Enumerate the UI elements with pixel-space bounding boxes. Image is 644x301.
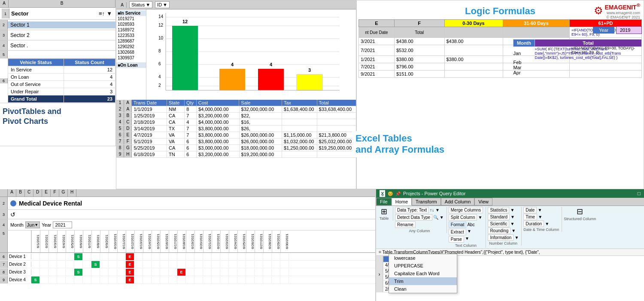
time-btn[interactable]: Time [523,214,537,220]
gantt-date-header: 6/9/2021 [100,230,109,252]
pivot-table-header-row: 6 Vehicle Status Status Count In Service… [0,58,115,103]
standard-btn[interactable]: Standard [488,214,510,220]
date-btn[interactable]: Date [523,207,537,213]
year-field-medical[interactable]: 2021 [53,221,72,228]
row-num: 6 [116,132,124,138]
gantt-date-header: 6/4/2021 [57,230,66,252]
format-btn[interactable]: Format [449,221,467,228]
gantt-cell [117,269,126,276]
cell-total [317,119,356,125]
row-num: 6 [0,253,8,260]
cell-cost: $3,800,000.00 [197,138,239,144]
menu-lowercase[interactable]: lowercase [389,254,457,262]
rounding-btn[interactable]: Rounding [488,227,510,234]
col-qty: Qty [185,100,197,106]
col-trans-date: Trans Date [132,100,167,106]
year-value[interactable]: 2019 [616,26,642,34]
cell-sale: $26,000,000.00 [240,132,282,138]
website: www.emagenit.com [605,11,640,15]
extract-btn[interactable]: Extract [449,229,466,235]
rename-btn[interactable]: Rename [395,221,416,228]
id-dropdown[interactable]: ID ▼ [155,1,170,8]
gantt-cell [194,253,203,260]
gantt-cell [117,276,126,283]
cell-sale: $32,000,000.00 [240,106,282,112]
cell-tax [282,119,317,125]
pivot-row-status: Grand Total [8,95,64,103]
tab-view[interactable]: View [474,198,492,206]
pq-close-icon[interactable]: □ [638,190,641,197]
tab-file[interactable]: File [376,198,392,206]
logic-cell-g: $438.00 [444,38,503,45]
svg-text:4: 4 [231,62,234,67]
gantt-cell [229,269,237,276]
sector2-row[interactable]: 3 Sector 2 [0,30,115,40]
sector1-label[interactable]: Sector 1 [8,22,115,28]
gantt-cell [203,253,212,260]
logic-cell-total: $532.00 [394,45,444,56]
gantt-cell [100,276,109,283]
cell-qty: 8 [185,106,197,112]
pq-collapse-btn[interactable]: › [376,256,383,292]
due-date-header: nt Due Date [359,27,395,38]
information-btn[interactable]: Information [488,234,513,241]
parse-btn[interactable]: Parse [449,236,464,243]
cell-total: $33,638,400.00 [317,106,356,112]
gantt-cell [152,276,160,283]
gantt-cell [280,276,289,283]
gantt-date-header: 6/28/2021 [263,230,272,252]
sector2-label[interactable]: Sector 2 [8,32,115,39]
tab-add-column[interactable]: Add Column [441,198,475,206]
gantt-date-header: 6/2/2021 [40,230,49,252]
gantt-cell [100,261,109,268]
gantt-cell [57,269,66,276]
bar-under-repair [258,69,284,90]
cell-qty: 7 [185,113,197,119]
structured-label: Structured Column [564,217,596,221]
gantt-cell [143,261,152,268]
data-type-btn[interactable]: Data Type: Text [395,207,429,213]
pivot-row-status: Out of Service [8,81,64,88]
sci-icon: ▼ [510,221,514,226]
pq-context-menu[interactable]: lowercase UPPERCASE Capitalize Each Word… [389,254,457,293]
filter-icon-dropdown[interactable]: ▼ [106,10,112,17]
gantt-cell [91,269,100,276]
gantt-cell [31,269,40,276]
ribbon-structured-group: ⊟ Structured Column [564,207,598,221]
cell-tax: $1,250,000.00 [282,145,317,151]
tab-transform[interactable]: Transform [412,198,441,206]
duration-btn[interactable]: Duration [523,221,544,227]
cell-date: 2/18/2019 [132,119,167,125]
detect-data-type-btn[interactable]: Detect Data Type [395,214,432,221]
gantt-cell [186,253,194,260]
copyright: © EMAGENIT 2021 [605,15,640,19]
status-dropdown[interactable]: Status ▼ [129,1,152,8]
pq-ribbon: ⊞ Table Data Type: Text ↑↓ ▼ Detect Data… [376,206,644,249]
gantt-cell [57,253,66,260]
gantt-cell [91,253,100,260]
split-column-btn[interactable]: Split Column [449,214,477,221]
date-icon: ▼ [538,208,542,212]
sector1-row[interactable]: 2 Sector 1 [0,20,115,30]
scientific-btn[interactable]: Scientific [488,221,509,227]
tab-home[interactable]: Home [392,198,412,206]
info-icon: ▼ [514,235,519,240]
menu-clean[interactable]: Clean [389,285,457,293]
gantt-cell [74,261,83,268]
col-header-letter: D [33,189,42,197]
cell-tax [282,126,317,132]
month-dropdown[interactable]: Jun ▼ [25,221,40,228]
gantt-cell: S [31,276,40,283]
filter-row: 1 Sector ≡↑ ▼ [0,8,115,20]
merge-columns-btn[interactable]: Merge Columns [449,207,483,213]
menu-uppercase[interactable]: UPPERCASE [389,262,457,270]
gantt-cell [229,276,237,283]
gantt-cell [229,261,237,268]
pivot-title: PivotTables and Pivot Charts [0,103,115,130]
gantt-cell [83,261,91,268]
menu-capitalize[interactable]: Capitalize Each Word [389,270,457,277]
cell-date: 1/25/2019 [132,113,167,119]
filter-icon-sort[interactable]: ≡↑ [99,10,105,17]
statistics-btn[interactable]: Statistics [488,207,509,213]
menu-trim[interactable]: Trim [389,277,457,285]
